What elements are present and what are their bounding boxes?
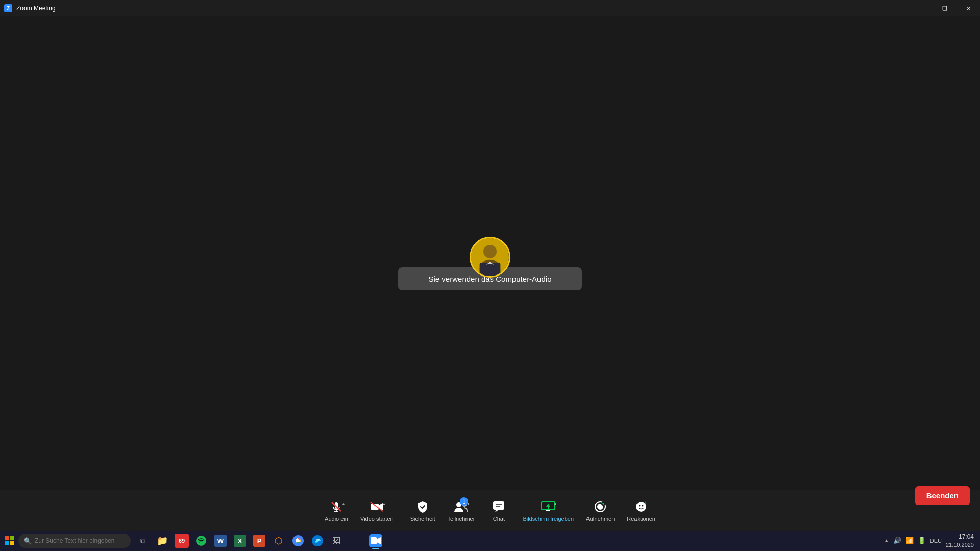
tray-network-icon: 🔊 (893, 537, 901, 544)
meeting-toolbar: ▲ Audio ein ▲ Video starten Siche (0, 490, 980, 531)
svg-rect-5 (480, 263, 501, 276)
svg-rect-35 (5, 541, 9, 545)
gallery-icon[interactable]: 🖼 (328, 532, 346, 550)
share-screen-button[interactable]: ▲ ▲ Bildschirm freigeben (517, 495, 580, 525)
security-button[interactable]: Sicherheit (404, 495, 442, 525)
center-content: Sie verwenden das Computer-Audio (398, 237, 582, 290)
audio-arrow: ▲ (341, 502, 346, 506)
titlebar-controls: — ❑ ✕ (910, 0, 980, 16)
reactions-label: Reaktionen (627, 516, 655, 522)
record-button[interactable]: Aufnehmen (580, 495, 621, 525)
end-meeting-button[interactable]: Beenden (915, 486, 970, 505)
taskbar-time-value: 17:04 (946, 533, 974, 541)
participants-label: Teilnehmer (448, 516, 475, 522)
search-input[interactable] (35, 537, 116, 544)
edge-icon[interactable] (308, 532, 327, 550)
titlebar: Z Zoom Meeting — ❑ ✕ (0, 0, 980, 16)
svg-rect-16 (493, 501, 504, 510)
titlebar-icon: Z (4, 4, 12, 12)
main-meeting-area: Sie verwenden das Computer-Audio (0, 16, 980, 510)
video-label: Video starten (360, 516, 394, 522)
chat-label: Chat (493, 516, 505, 522)
search-icon: 🔍 (23, 537, 32, 545)
security-label: Sicherheit (410, 516, 435, 522)
file-manager-icon[interactable]: 📁 (153, 532, 172, 550)
audio-label: Audio ein (325, 516, 348, 522)
taskbar-date-value: 21.10.2020 (946, 541, 974, 548)
svg-rect-34 (10, 536, 14, 540)
maximize-button[interactable]: ❑ (933, 0, 957, 16)
share-screen-label: Bildschirm freigeben (523, 516, 574, 522)
close-button[interactable]: ✕ (957, 0, 980, 16)
video-icon: ▲ (369, 498, 385, 515)
audio-icon: ▲ (328, 498, 345, 515)
share-screen-icon: ▲ ▲ (540, 498, 556, 515)
reactions-button[interactable]: + Reaktionen (621, 495, 662, 525)
taskbar-language: DEU (930, 538, 942, 544)
minimize-button[interactable]: — (910, 0, 933, 16)
svg-text:Z: Z (7, 6, 10, 11)
video-button[interactable]: ▲ Video starten (354, 495, 400, 525)
audio-button[interactable]: ▲ Audio ein (318, 495, 354, 525)
tray-battery-icon: 🔋 (918, 537, 926, 544)
taskbar-apps: ⧉ 📁 69 W X P ⬡ (134, 532, 878, 550)
tray-volume-icon: 📶 (905, 537, 914, 544)
taskbar-search[interactable]: 🔍 (18, 534, 131, 548)
spotify-icon[interactable] (192, 532, 210, 550)
svg-text:+: + (644, 500, 647, 506)
chat-icon (491, 498, 507, 515)
video-arrow: ▲ (382, 502, 386, 506)
record-label: Aufnehmen (586, 516, 615, 522)
chrome-icon[interactable] (289, 532, 307, 550)
svg-point-3 (483, 244, 497, 258)
participants-button[interactable]: 1 ▲ Teilnehmer (442, 495, 481, 525)
app-badge-icon[interactable]: 69 (173, 532, 191, 550)
svg-point-40 (297, 539, 300, 542)
word-icon[interactable]: W (211, 532, 230, 550)
taskbar-clock[interactable]: 17:04 21.10.2020 (946, 533, 974, 548)
separator-1 (402, 497, 402, 523)
svg-point-30 (639, 505, 641, 507)
excel-icon[interactable]: X (231, 532, 249, 550)
svg-rect-36 (10, 541, 14, 545)
reactions-icon: + (633, 498, 649, 515)
svg-rect-33 (5, 536, 9, 540)
hex-app-icon[interactable]: ⬡ (270, 532, 288, 550)
chat-button[interactable]: Chat (481, 495, 517, 525)
participant-avatar (470, 237, 510, 278)
share-screen-arrow: ▲ (553, 502, 557, 506)
tray-expand-icon[interactable]: ▲ (884, 538, 889, 543)
svg-marker-17 (495, 510, 499, 512)
start-button[interactable] (0, 532, 18, 550)
notes-icon[interactable]: 🗒 (347, 532, 365, 550)
avatar-image (471, 238, 509, 276)
windows-taskbar: 🔍 ⧉ 📁 69 W X P ⬡ (0, 531, 980, 551)
participants-arrow: ▲ (467, 502, 471, 506)
powerpoint-icon[interactable]: P (250, 532, 268, 550)
titlebar-title: Zoom Meeting (12, 5, 910, 12)
svg-rect-42 (371, 537, 377, 544)
security-icon (414, 498, 431, 515)
participants-icon: 1 ▲ (453, 498, 469, 515)
zoom-taskbar-icon[interactable] (366, 532, 385, 550)
taskview-icon[interactable]: ⧉ (134, 532, 152, 550)
svg-point-37 (196, 536, 206, 546)
system-tray: ▲ 🔊 📶 🔋 DEU 17:04 21.10.2020 (878, 533, 980, 548)
svg-marker-43 (377, 537, 381, 544)
record-icon (592, 498, 608, 515)
